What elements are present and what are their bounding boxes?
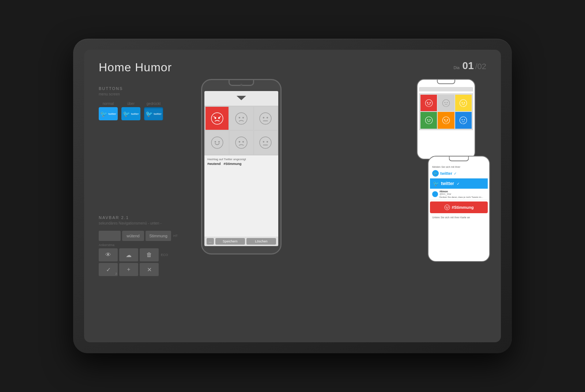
small-sad-emoji — [442, 99, 450, 107]
plus-action-btn[interactable]: + — [119, 263, 138, 276]
navbar-section: NAVBAR 2.1 sekundäres Navigationsmenü - … — [99, 215, 186, 276]
svg-point-35 — [447, 120, 448, 121]
svg-point-1 — [211, 113, 223, 124]
app-logo — [236, 95, 247, 102]
emoji-grid — [204, 106, 278, 155]
emoji-cell-happy1[interactable] — [205, 131, 229, 154]
svg-point-4 — [235, 113, 247, 124]
small-emoji-happy-yellow[interactable] — [455, 95, 472, 111]
emoji-cell-angry[interactable] — [205, 107, 229, 130]
twitter-checkmark: ✓ — [457, 182, 460, 186]
app-header — [204, 91, 278, 106]
hashtag-emoji-icon — [444, 204, 450, 210]
twitter-text-label: twitter — [440, 171, 452, 176]
sad-emoji-2 — [235, 136, 248, 149]
eye-icon-btn[interactable]: 👁 — [99, 248, 118, 261]
svg-point-31 — [427, 119, 428, 120]
svg-point-5 — [239, 117, 240, 118]
twitter-handle: @tim_Mar — [439, 193, 483, 195]
navbar-tag-wutend[interactable]: wütend — [122, 231, 144, 241]
small-phone-header — [419, 87, 473, 91]
phone-small-top — [417, 79, 475, 159]
trash-icon-btn[interactable]: 🗑 — [140, 248, 159, 261]
small-angry-orange — [442, 116, 450, 124]
cloud-icon-btn[interactable]: ☁ — [119, 248, 138, 261]
btn-col-pressed: gedrückt 🐦 twitter — [144, 102, 163, 120]
phone-dots-btn[interactable]: ... — [207, 238, 214, 245]
svg-point-27 — [460, 99, 467, 106]
phone-camera — [240, 84, 242, 86]
phone-outline: Hashtag auf Twitter angezeigt #wutend #S… — [201, 79, 282, 255]
emoji-cell-sad1[interactable] — [230, 107, 253, 130]
twitter-bird-icon-pressed: 🐦 — [146, 110, 153, 117]
svg-point-34 — [445, 120, 446, 121]
twitter-btn-hover[interactable]: 🐦 twitter — [121, 107, 140, 120]
svg-point-19 — [267, 141, 268, 143]
slide-indicator: Dia 01 /02 — [453, 60, 486, 72]
svg-point-17 — [260, 137, 271, 148]
small-emoji-grid — [419, 93, 473, 130]
action-row: ✓ 2 + ✕ — [99, 263, 186, 276]
navbar-row-1: wütend Stimmung HT — [99, 231, 186, 241]
small-emoji-green[interactable] — [420, 112, 437, 128]
svg-point-41 — [446, 207, 446, 208]
svg-point-21 — [425, 99, 432, 106]
slide-total: /02 — [475, 62, 486, 71]
small-emoji-orange[interactable] — [438, 112, 454, 128]
happy-emoji-1 — [211, 136, 224, 149]
tablet-device: Home Humor Dia 01 /02 BUTTONS menu scree… — [73, 39, 512, 353]
btn-col-hover: über 🐦 twitter — [121, 102, 140, 120]
phone-screen: Hashtag auf Twitter angezeigt #wutend #S… — [204, 91, 278, 246]
svg-point-14 — [235, 137, 247, 148]
twitter-bird-small: 🐦 — [433, 172, 438, 176]
twitter-header-bar: 🐦 twitter ✓ — [430, 178, 488, 189]
eco-label: ECO — [161, 253, 168, 257]
twitter-label-pressed: twitter — [154, 112, 161, 116]
small-emoji-sad[interactable] — [438, 95, 454, 111]
svg-point-8 — [263, 117, 264, 118]
phone-twitter-notch — [449, 157, 469, 161]
btn-col-normal: normal 🐦 twitter — [99, 102, 118, 120]
svg-point-26 — [447, 102, 448, 103]
navbar-sublabel: sekundäres Navigationsmenü - unten - — [99, 221, 186, 225]
buttons-sublabel: menu screen — [99, 92, 186, 96]
state-hover-label: über — [127, 102, 135, 106]
left-panel: BUTTONS menu screen normal 🐦 twitter übe… — [99, 86, 186, 276]
navbar-tag-stimmung[interactable]: Stimmung — [146, 231, 171, 241]
navbar-icon-row: 👁 ☁ 🗑 ECO — [99, 248, 186, 261]
phone-save-btn[interactable]: Speichern — [215, 238, 245, 245]
neutral-emoji-2 — [259, 136, 272, 149]
small-emoji-angry[interactable] — [420, 95, 437, 111]
phone-small-screen-top — [419, 87, 473, 155]
hashtag-row: #wutend #Stimmung — [207, 162, 275, 166]
emoji-cell-neutral2[interactable] — [254, 131, 277, 154]
page-title: Home Humor — [99, 61, 486, 74]
svg-point-7 — [260, 113, 271, 124]
svg-point-29 — [464, 102, 465, 103]
svg-point-30 — [425, 117, 432, 124]
twitter-btn-pressed[interactable]: 🐦 twitter — [144, 107, 163, 120]
tablet-screen: Home Humor Dia 01 /02 BUTTONS menu scree… — [84, 50, 501, 342]
svg-point-6 — [242, 117, 244, 118]
hashtag1: #wutend — [207, 162, 221, 166]
twitter-verified: ✓ — [454, 172, 457, 176]
twitter-label-normal: twitter — [108, 112, 116, 116]
emoji-cell-neutral[interactable] — [254, 107, 277, 130]
emoji-cell-sad2[interactable] — [230, 131, 253, 154]
phone-action-bar: ... Speichern Löschen — [204, 237, 278, 246]
close-action-btn[interactable]: ✕ — [140, 263, 159, 276]
twitter-btn-normal[interactable]: 🐦 twitter — [99, 107, 118, 120]
svg-point-12 — [214, 141, 216, 143]
phone-delete-btn[interactable]: Löschen — [246, 238, 276, 245]
svg-point-15 — [239, 141, 240, 143]
twitter-bird-icon-hover: 🐦 — [123, 110, 130, 117]
small-emoji-blue[interactable] — [455, 112, 472, 128]
anchor-label: Ankerstma — [99, 243, 186, 247]
navbar-input[interactable] — [99, 231, 121, 241]
twitter-logo-row: 🐦 twitter ✓ — [430, 169, 488, 178]
svg-point-11 — [211, 137, 223, 148]
neutral-emoji — [259, 112, 272, 125]
twitter-user-info: #itmon @tim_Mar Denken Sie daran, dass j… — [439, 190, 483, 198]
twitter-label-hover: twitter — [131, 112, 139, 116]
check-action-btn[interactable]: ✓ 2 — [99, 263, 118, 276]
